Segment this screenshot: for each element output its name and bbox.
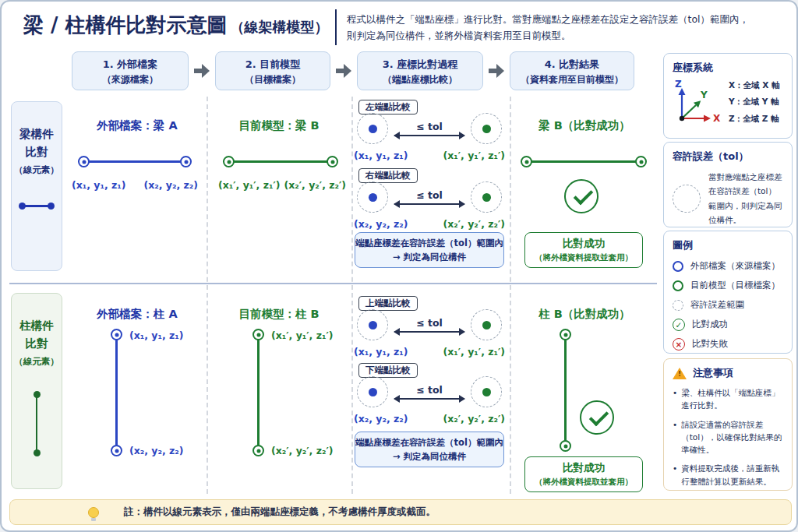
header-description-line2: 則判定為同位構件，並將外檔資料套用至目前模型。 — [347, 27, 793, 44]
endpoint-icon — [252, 445, 264, 456]
notes-panel: ! 注意事項 梁、柱構件以「端點座標」進行比對。 請設定適當的容許誤差（tol）… — [663, 358, 793, 491]
column-compare-row-2: ≤ tol — [357, 375, 502, 408]
notes-title: 注意事項 — [693, 366, 733, 380]
axes-icon: X Y Z — [673, 76, 722, 128]
column-result-line1: 比對成功 — [525, 461, 642, 475]
note-item: 請設定適當的容許誤差（tol），以確保比對結果的準確性。 — [673, 418, 783, 456]
header-description-line1: 程式以構件之「端點座標」進行比對。當對應端點之座標差在設定之容許誤差（tol）範… — [347, 11, 793, 27]
endpoint-icon — [78, 156, 90, 167]
beam-a-point1: (x₁, y₁, z₁) — [72, 179, 126, 191]
column-b-member — [252, 329, 264, 456]
beam-compare2-left: (x₂, y₂, z₂) — [354, 218, 408, 230]
footer-note-text: 註：構件以線元素表示，僅由兩端點座標定義，不考慮構件厚度或截面。 — [124, 506, 436, 519]
step-4-label: 4. 比對結果 — [512, 57, 632, 72]
tolerance-range-icon — [673, 185, 701, 213]
double-arrow-icon — [394, 331, 464, 333]
flow-arrow-icon — [487, 64, 506, 78]
beam-result-line1: 比對成功 — [525, 237, 642, 251]
tolerance-circle-icon — [471, 376, 502, 407]
beam-result-box: 比對成功 （將外檔資料提取並套用） — [524, 232, 643, 268]
legend-title: 圖例 — [673, 238, 783, 252]
tol-label: ≤ tol — [416, 189, 443, 201]
endpoint-icon — [223, 156, 235, 167]
column-separator — [351, 97, 353, 494]
step-flow: 1. 外部檔案 （來源檔案） 2. 目前模型 （目標檔案） 3. 座標比對過程 … — [72, 51, 650, 90]
beam-row-label-line3: （線元素） — [12, 164, 62, 176]
column-element-icon — [34, 391, 41, 456]
beam-result-heading: 梁 B（比對成功） — [510, 118, 659, 133]
tolerance-circle-icon — [471, 309, 502, 340]
tol-label: ≤ tol — [416, 384, 443, 396]
tolerance-circle-icon — [357, 309, 388, 340]
step-4-box: 4. 比對結果 （資料套用至目前模型） — [510, 51, 634, 90]
row-divider — [9, 283, 657, 284]
axis-x-label: X — [713, 113, 721, 124]
column-conclusion-box: 端點座標差在容許誤差（tol）範圍內 → 判定為同位構件 — [355, 432, 504, 467]
source-point-icon — [369, 388, 377, 396]
column-compare2-right: (x₂′, y₂′, z₂′) — [443, 413, 505, 425]
beam-compare1-right: (x₁′, y₁′, z₁′) — [443, 150, 505, 161]
step-2-box: 2. 目前模型 （目標檔案） — [215, 51, 330, 90]
column-result-line2: （將外檔資料提取並套用） — [525, 477, 642, 488]
beam-row-label-line2: 比對 — [12, 143, 62, 161]
header-divider — [335, 9, 337, 45]
note-item: 資料提取完成後，請重新執行整體計算以更新結果。 — [673, 462, 783, 488]
step-1-box: 1. 外部檔案 （來源檔案） — [72, 51, 189, 90]
column-row-label-line1: 柱構件 — [12, 317, 62, 335]
beam-row-label-line1: 梁構件 — [12, 125, 62, 143]
target-point-icon — [482, 321, 491, 329]
page-title: 梁 / 柱構件比對示意圖（線架構模型） — [23, 12, 329, 39]
page-title-main: 梁 / 柱構件比對示意圖 — [23, 13, 228, 37]
step-4-sublabel: （資料套用至目前模型） — [512, 72, 632, 86]
column-compare2-left: (x₂, y₂, z₂) — [354, 413, 408, 425]
beam-conclusion-box: 端點座標差在容許誤差（tol）範圍內 → 判定為同位構件 — [355, 232, 504, 268]
coordinate-system-panel: 座標系統 X Y Z X：全域 X 軸 Y：全域 Y 軸 Z：全域 Z 軸 — [663, 53, 793, 139]
column-a-point1: (x₁, y₁, z₁) — [129, 329, 184, 341]
column-b-point1: (x₁′, y₁′, z₁′) — [271, 329, 333, 341]
column-a-point2: (x₂, y₂, z₂) — [129, 445, 184, 456]
column-conclusion-line1: 端點座標差在容許誤差（tol）範圍內 — [355, 435, 503, 449]
tolerance-circle-icon — [357, 376, 388, 407]
target-point-icon — [482, 388, 491, 396]
beam-source-heading: 外部檔案：梁 A — [68, 118, 207, 133]
step-2-sublabel: （目標檔案） — [217, 72, 328, 86]
endpoint-icon — [560, 440, 571, 452]
column-target-heading: 目前模型：柱 B — [208, 307, 350, 322]
step-1-sublabel: （來源檔案） — [74, 72, 186, 86]
lightbulb-icon — [88, 507, 99, 518]
cross-icon: × — [673, 338, 685, 351]
endpoint-icon — [635, 156, 647, 167]
column-compare-row-1: ≤ tol — [357, 308, 502, 341]
column-b-result-member — [560, 329, 571, 452]
legend-item-source: 外部檔案（來源檔案） — [673, 256, 783, 276]
legend-item-tolerance: 容許誤差範圍 — [673, 295, 783, 315]
tolerance-circle-icon — [673, 300, 683, 311]
diagram-page: 梁 / 柱構件比對示意圖（線架構模型） 程式以構件之「端點座標」進行比對。當對應… — [0, 0, 798, 532]
double-arrow-icon — [394, 398, 464, 400]
tolerance-text: 當對應端點之座標差在容許誤差（tol）範圍內，則判定為同位構件。 — [708, 170, 783, 227]
step-3-label: 3. 座標比對過程 — [359, 57, 481, 72]
column-row-label: 柱構件 比對 （線元素） — [11, 293, 62, 489]
tolerance-circle-icon — [471, 113, 502, 144]
target-point-icon — [482, 193, 491, 202]
axis-x-description: X：全域 X 軸 — [729, 77, 780, 94]
column-compare1-left: (x₁, y₁, z₁) — [354, 346, 408, 358]
beam-a-member — [78, 156, 192, 167]
page-title-suffix: （線架構模型） — [231, 19, 329, 35]
flow-arrow-icon — [334, 64, 353, 78]
check-icon — [564, 179, 598, 213]
tolerance-panel: 容許誤差（tol） 當對應端點之座標差在容許誤差（tol）範圍內，則判定為同位構… — [663, 142, 793, 227]
axis-z-description: Z：全域 Z 軸 — [729, 111, 780, 128]
beam-element-icon — [19, 203, 55, 210]
endpoint-icon — [111, 445, 122, 456]
beam-row-label: 梁構件 比對 （線元素） — [11, 101, 62, 271]
endpoint-icon — [180, 156, 192, 167]
beam-conclusion-line1: 端點座標差在容許誤差（tol）範圍內 — [355, 236, 503, 250]
endpoint-icon — [111, 329, 122, 340]
beam-conclusion-line2: → 判定為同位構件 — [355, 250, 503, 264]
column-b-point2: (x₂′, y₂′, z₂′) — [271, 445, 333, 456]
beam-compare-row-1: ≤ tol — [357, 112, 502, 145]
column-row-label-line2: 比對 — [12, 335, 62, 353]
header-description: 程式以構件之「端點座標」進行比對。當對應端點之座標差在設定之容許誤差（tol）範… — [347, 11, 793, 44]
tolerance-circle-icon — [357, 181, 388, 213]
